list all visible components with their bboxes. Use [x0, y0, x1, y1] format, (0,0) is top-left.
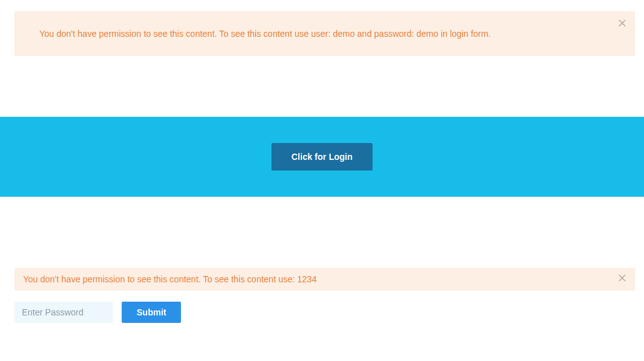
permission-alert-code: You don't have permission to see this co… [14, 268, 635, 290]
close-icon[interactable] [618, 274, 627, 282]
password-field[interactable] [14, 302, 113, 323]
submit-button[interactable]: Submit [122, 302, 181, 323]
close-icon[interactable] [618, 19, 627, 27]
click-for-login-button[interactable]: Click for Login [271, 143, 373, 171]
login-banner: Click for Login [0, 117, 644, 197]
alert-text: You don't have permission to see this co… [23, 274, 316, 284]
password-section: You don't have permission to see this co… [0, 268, 644, 323]
password-form: Submit [14, 302, 635, 323]
alert-text: You don't have permission to see this co… [39, 29, 490, 39]
permission-alert-login: You don't have permission to see this co… [14, 11, 635, 56]
